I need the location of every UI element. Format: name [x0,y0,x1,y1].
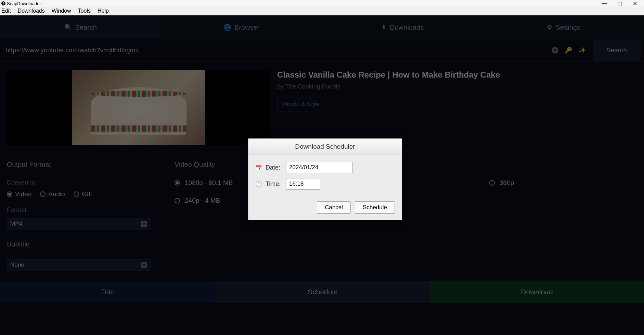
menubar: Edit Downloads Window Tools Help [0,7,644,15]
date-input[interactable] [286,162,353,173]
menu-edit[interactable]: Edit [1,8,11,14]
clock-icon: 🕐 [255,181,262,187]
date-label: Date: [266,164,283,171]
calendar-icon: 📅 [255,164,262,171]
time-label: Time: [266,180,283,188]
menu-window[interactable]: Window [52,8,71,14]
menu-tools[interactable]: Tools [78,8,91,14]
menu-help[interactable]: Help [98,8,109,14]
cancel-button[interactable]: Cancel [317,201,351,214]
app-icon: S [1,1,5,5]
menu-downloads[interactable]: Downloads [18,8,45,14]
maximize-button[interactable]: ▢ [617,0,622,7]
minimize-button[interactable]: — [602,0,607,7]
app-title: SnapDownloader [7,1,41,6]
time-input[interactable] [286,178,320,190]
schedule-confirm-button[interactable]: Schedule [355,201,395,214]
download-scheduler-dialog: Download Scheduler 📅 Date: 🕐 Time: Cance… [248,138,402,220]
titlebar: S SnapDownloader — ▢ ✕ [0,0,644,7]
dialog-title: Download Scheduler [248,139,402,155]
close-button[interactable]: ✕ [633,0,637,7]
